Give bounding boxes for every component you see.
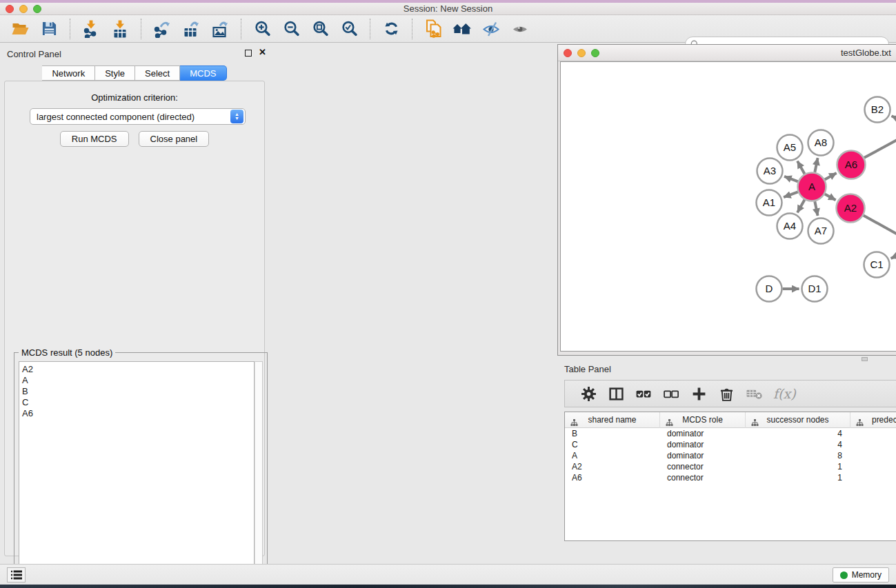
houses-button[interactable] (450, 18, 474, 40)
import-network-button[interactable] (79, 18, 103, 40)
network-window-title: testGlobe.txt (558, 48, 896, 58)
mcds-result-item[interactable]: B (22, 386, 254, 397)
refresh-view-button[interactable] (379, 18, 403, 40)
control-panel-tab[interactable]: Style (95, 65, 135, 81)
mcds-result-item[interactable]: C (22, 397, 254, 408)
delete-table-button[interactable] (742, 383, 766, 405)
houses-icon (452, 21, 472, 37)
graph-edge-A-A4[interactable] (797, 200, 804, 213)
export-image-button[interactable] (208, 18, 232, 40)
trash-icon (719, 386, 735, 402)
control-panel-float-icon[interactable] (245, 50, 252, 57)
svg-text:C1: C1 (870, 258, 883, 270)
zoom-out-button[interactable] (279, 18, 303, 40)
control-panel-close-icon[interactable]: ✕ (259, 49, 266, 56)
graph-node-A[interactable]: A (798, 173, 826, 201)
hide-graphics-button[interactable] (479, 18, 503, 40)
column-header-mcds-role[interactable]: MCDS role (660, 412, 746, 428)
close-panel-button[interactable]: Close panel (139, 131, 210, 147)
graph-node-A5[interactable]: A5 (777, 135, 803, 161)
mcds-result-title: MCDS result (5 nodes) (19, 347, 115, 358)
graph-edge-A-A5[interactable] (797, 161, 804, 174)
graph-edge-A-A8[interactable] (815, 158, 817, 172)
function-builder-button[interactable]: f(x) (773, 386, 796, 401)
graph-node-C1[interactable]: C1 (864, 252, 890, 278)
graph-node-D[interactable]: D (757, 276, 782, 302)
column-header-successor-nodes[interactable]: successor nodes (746, 412, 850, 428)
zoom-in-button[interactable] (250, 18, 274, 40)
export-network-button[interactable] (150, 18, 174, 40)
mcds-result-list[interactable]: A2ABCA6 (19, 361, 255, 585)
task-history-button[interactable] (7, 567, 26, 582)
graph-edge-C-C1[interactable] (891, 252, 896, 258)
criterion-dropdown[interactable]: largest connected component (directed) ▲… (30, 108, 246, 125)
gear-icon (581, 386, 597, 402)
graph-node-A3[interactable]: A3 (757, 159, 783, 184)
memory-status-icon (840, 571, 848, 579)
svg-text:D: D (766, 283, 773, 294)
zoom-fit-button[interactable] (308, 18, 332, 40)
import-network-icon (82, 20, 100, 38)
select-all-button[interactable] (632, 383, 655, 405)
control-panel: Control Panel ✕ Network Style Select MCD… (0, 43, 269, 564)
table-settings-button[interactable] (577, 383, 600, 405)
show-graphics-button[interactable] (508, 18, 532, 40)
show-columns-button[interactable] (604, 383, 628, 405)
graph-edge-A-A1[interactable] (784, 192, 798, 197)
mcds-result-item[interactable]: A2 (22, 364, 254, 375)
delete-column-button[interactable] (715, 383, 738, 405)
table-row[interactable]: A dominator 8 0 A (565, 450, 896, 461)
checked-boxes-icon (635, 386, 652, 402)
graph-node-A6[interactable]: A6 (837, 151, 866, 179)
save-floppy-icon (41, 21, 57, 37)
table-row[interactable]: A6 connector 1 1 A6 (565, 472, 896, 483)
control-panel-tab[interactable]: Select (135, 65, 180, 81)
run-mcds-button[interactable]: Run MCDS (60, 131, 129, 147)
plus-icon (691, 386, 707, 402)
svg-text:A1: A1 (763, 196, 775, 208)
graph-edge-A-A2[interactable] (825, 194, 836, 200)
main-toolbar (0, 15, 896, 43)
network-canvas[interactable]: AA1A2A3A4A5A6A7A8BB1B2B3B4CC1C2C3C4DD1 (560, 61, 896, 352)
result-list-scrollbar[interactable] (255, 361, 263, 585)
zoom-selected-icon (341, 20, 358, 37)
add-column-button[interactable] (687, 383, 710, 405)
table-row[interactable]: B dominator 4 1 B (565, 428, 896, 439)
graph-edge-B-B2[interactable] (892, 116, 896, 122)
graph-edge-A-A6[interactable] (825, 173, 837, 179)
mcds-result-item[interactable]: A (22, 375, 254, 386)
table-row[interactable]: C dominator 4 1 C (565, 439, 896, 450)
save-session-button[interactable] (37, 18, 61, 40)
network-window-titlebar: testGlobe.txt (558, 45, 896, 61)
graph-node-B2[interactable]: B2 (865, 97, 890, 123)
clone-network-button[interactable] (421, 18, 445, 40)
graph-edge-A2-C[interactable] (864, 215, 896, 238)
graph-edge-A6-B[interactable] (864, 136, 896, 158)
deselect-all-button[interactable] (659, 383, 683, 405)
refresh-icon (383, 20, 400, 37)
graph-node-A4[interactable]: A4 (777, 214, 803, 239)
graph-node-D1[interactable]: D1 (802, 276, 828, 302)
table-row[interactable]: A2 connector 1 1 A2 (565, 461, 896, 472)
svg-text:A7: A7 (815, 225, 827, 236)
control-panel-tab[interactable]: MCDS (180, 65, 226, 81)
graph-node-A1[interactable]: A1 (757, 190, 782, 216)
control-panel-tab[interactable]: Network (42, 65, 95, 81)
mcds-result-item[interactable]: A6 (22, 408, 254, 419)
column-header-predecessor-nodes[interactable]: predecessor nodes (850, 412, 896, 428)
graph-node-A2[interactable]: A2 (837, 194, 865, 223)
graph-node-A8[interactable]: A8 (808, 130, 834, 156)
mcds-result-group: MCDS result (5 nodes) A2ABCA6 (14, 352, 268, 588)
memory-button[interactable]: Memory (833, 567, 889, 582)
graph-node-A7[interactable]: A7 (808, 219, 834, 244)
zoom-selected-button[interactable] (337, 18, 361, 40)
graph-edge-A-A7[interactable] (815, 201, 817, 216)
import-table-button[interactable] (108, 18, 132, 40)
open-session-button[interactable] (8, 18, 32, 40)
list-icon (11, 570, 22, 580)
column-header-shared-name[interactable]: shared name (565, 412, 660, 428)
export-table-button[interactable] (179, 18, 203, 40)
graph-edge-A-A3[interactable] (784, 176, 798, 181)
node-table: shared name MCDS role successor nodes (564, 412, 896, 541)
hide-eye-icon (482, 20, 500, 38)
